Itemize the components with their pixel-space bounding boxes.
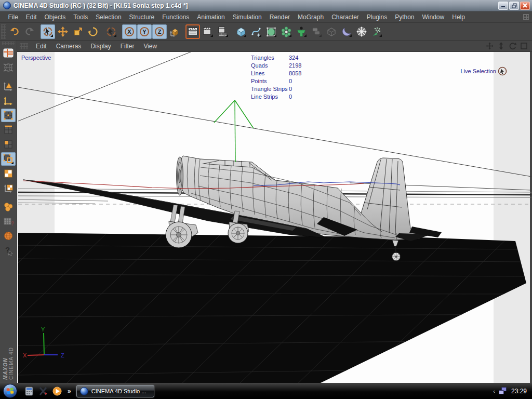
menu-mograph[interactable]: MoGraph <box>294 14 328 21</box>
menu-objects[interactable]: Objects <box>41 14 70 21</box>
engine-cowling <box>177 157 183 195</box>
viewport-menu-bar: Edit Cameras Display Filter View <box>17 41 532 52</box>
lock-x-axis-button[interactable]: X <box>122 24 137 39</box>
last-tool-button[interactable] <box>104 24 118 39</box>
viewport-menu-filter[interactable]: Filter <box>116 43 139 50</box>
texture-axis-mode-icon[interactable] <box>1 181 16 195</box>
minimize-button[interactable] <box>498 2 508 10</box>
viewport-rotate-icon[interactable] <box>509 42 516 50</box>
model-mode-icon[interactable] <box>1 94 16 108</box>
add-deformer-button[interactable] <box>309 24 324 39</box>
workplane-icon[interactable] <box>1 200 16 214</box>
toolbar-grip[interactable] <box>1 24 6 39</box>
redo-button[interactable] <box>22 24 37 39</box>
menu-selection[interactable]: Selection <box>92 14 125 21</box>
menu-help[interactable]: Help <box>448 14 469 21</box>
scale-tool-button[interactable] <box>71 24 85 39</box>
restore-button[interactable] <box>509 2 519 10</box>
axis-z-label: Z <box>61 352 64 358</box>
app-icon <box>3 2 11 9</box>
quick-launch-calculator-icon[interactable] <box>24 387 34 396</box>
windows-logo-icon <box>6 388 14 394</box>
add-environment-button[interactable] <box>339 24 354 39</box>
quick-launch-x-app-icon[interactable] <box>38 387 48 396</box>
simulation-emitter-button[interactable] <box>369 24 384 39</box>
points-mode-icon[interactable] <box>1 109 16 122</box>
start-button[interactable] <box>3 384 17 398</box>
cinema4d-task-icon <box>80 387 88 395</box>
menu-animation[interactable]: Animation <box>193 14 229 21</box>
mode-sidebar: ? ? MAXON CINEMA 4D <box>0 41 17 383</box>
tray-collapse-chevron[interactable]: ‹ <box>493 388 495 394</box>
particles-button[interactable] <box>354 24 369 39</box>
maxon-brand: MAXON CINEMA 4D <box>3 347 14 380</box>
menu-structure[interactable]: Structure <box>125 14 158 21</box>
object-axis-mode-icon[interactable] <box>1 152 16 166</box>
sidebar-grip[interactable] <box>2 42 15 45</box>
edge-mode-icon[interactable] <box>1 123 16 137</box>
render-picture-viewer-button[interactable] <box>201 24 215 39</box>
lock-workplane-icon[interactable] <box>1 229 16 243</box>
viewport-toggle-layout-icon[interactable] <box>520 42 528 50</box>
close-button[interactable] <box>520 2 530 10</box>
render-view-button[interactable] <box>185 24 200 39</box>
taskbar-task-cinema4d[interactable]: CINEMA 4D Studio ... <box>76 385 154 397</box>
window-title: CINEMA 4D Studio (RC ) (32 Bit) - [Ki.51… <box>14 2 188 9</box>
title-bar[interactable]: CINEMA 4D Studio (RC ) (32 Bit) - [Ki.51… <box>0 0 532 11</box>
add-cube-object-button[interactable] <box>234 24 248 39</box>
camera-label[interactable]: Perspective <box>21 55 51 61</box>
move-tool-button[interactable] <box>56 24 70 39</box>
rotate-tool-button[interactable] <box>86 24 100 39</box>
viewport-menu-grip[interactable] <box>20 43 28 49</box>
menu-window[interactable]: Window <box>418 14 448 21</box>
make-editable-icon[interactable] <box>1 79 16 93</box>
menu-character[interactable]: Character <box>328 14 363 21</box>
viewport-canvas[interactable]: Y X Z <box>17 52 532 383</box>
menu-functions[interactable]: Functions <box>158 14 193 21</box>
taskbar-clock[interactable]: 23:29 <box>511 388 527 395</box>
add-array-object-button[interactable] <box>279 24 294 39</box>
axis-y-label: Y <box>41 326 45 332</box>
viewport-menu-view[interactable]: View <box>139 43 162 50</box>
menu-edit[interactable]: Edit <box>22 14 41 21</box>
render-settings-button[interactable] <box>216 24 230 39</box>
viewport-menu-cameras[interactable]: Cameras <box>51 43 86 50</box>
live-selection-tool-button[interactable] <box>41 24 55 39</box>
coordinate-globe-icon[interactable] <box>1 61 16 74</box>
texture-mode-icon[interactable] <box>1 167 16 180</box>
menu-tools[interactable]: Tools <box>70 14 92 21</box>
add-scene-object-button[interactable] <box>324 24 339 39</box>
active-tool-hint: Live Selection <box>461 66 508 76</box>
snap-settings-icon[interactable]: ? <box>1 215 16 228</box>
viewport-menu-edit[interactable]: Edit <box>31 43 51 50</box>
menu-python[interactable]: Python <box>391 14 418 21</box>
add-subdivision-surface-button[interactable] <box>264 24 278 39</box>
menu-file[interactable]: File <box>4 14 22 21</box>
lock-z-axis-button[interactable]: Z <box>152 24 167 39</box>
menu-layout-grid-icon[interactable] <box>523 14 529 20</box>
quick-launch-overflow-chevron[interactable]: » <box>68 388 71 395</box>
cinema4d-window: CINEMA 4D Studio (RC ) (32 Bit) - [Ki.51… <box>0 0 532 399</box>
menu-simulation[interactable]: Simulation <box>229 14 265 21</box>
network-tray-icon[interactable] <box>499 387 508 395</box>
menu-plugins[interactable]: Plugins <box>363 14 391 21</box>
lock-y-axis-button[interactable]: Y <box>137 24 152 39</box>
undo-button[interactable] <box>7 24 22 39</box>
coordinate-system-button[interactable] <box>167 24 182 39</box>
add-character-object-button[interactable] <box>294 24 309 39</box>
viewport-zoom-icon[interactable] <box>497 42 505 50</box>
menu-render[interactable]: Render <box>265 14 294 21</box>
viewport-pan-icon[interactable] <box>486 42 494 50</box>
layout-icon[interactable] <box>1 46 16 60</box>
svg-text:X: X <box>127 29 131 35</box>
svg-text:Z: Z <box>158 29 162 35</box>
add-spline-button[interactable] <box>249 24 263 39</box>
svg-text:?: ? <box>11 221 14 227</box>
viewport-menu-display[interactable]: Display <box>86 43 115 50</box>
viewport[interactable]: Perspective Triangles324 Quads2198 Lines… <box>17 52 532 383</box>
polygon-mode-icon[interactable] <box>1 138 16 151</box>
help-icon[interactable]: ? <box>1 244 16 257</box>
menu-bar: File Edit Objects Tools Selection Struct… <box>0 11 532 23</box>
main-toolbar: X Y Z <box>0 23 532 41</box>
quick-launch-media-player-icon[interactable] <box>52 387 62 396</box>
